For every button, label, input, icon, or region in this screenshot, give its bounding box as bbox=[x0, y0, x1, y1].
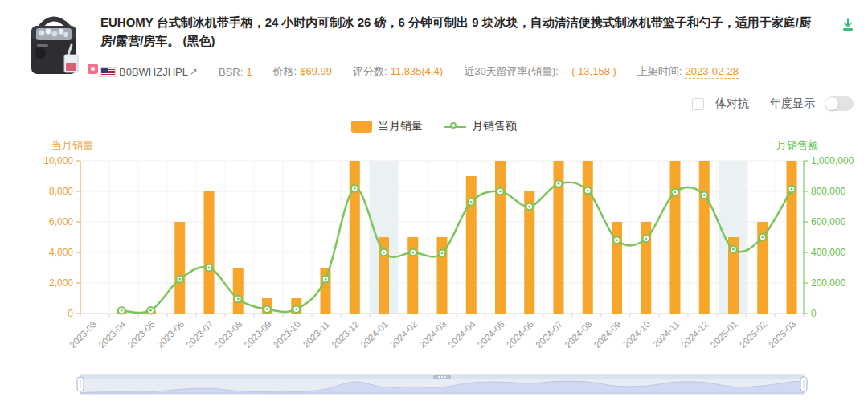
x-axis-label: 2023-09 bbox=[243, 319, 273, 350]
left-axis-tick: 8,000 bbox=[49, 186, 73, 197]
x-axis-label: 2024-11 bbox=[651, 319, 682, 350]
x-axis-label: 2024-06 bbox=[505, 319, 535, 350]
bar-2024-04[interactable] bbox=[466, 176, 477, 314]
x-axis-label: 2023-12 bbox=[330, 319, 360, 350]
bar-2024-11[interactable] bbox=[670, 161, 681, 314]
x-axis-label: 2024-01 bbox=[359, 319, 390, 350]
left-axis-tick: 10,000 bbox=[43, 155, 73, 166]
x-axis-label: 2024-12 bbox=[679, 319, 710, 350]
bar-2023-08[interactable] bbox=[233, 268, 244, 314]
x-axis-label: 2024-04 bbox=[446, 319, 477, 350]
right-axis-tick: 1,000,000 bbox=[811, 155, 854, 166]
x-axis-label: 2024-05 bbox=[476, 319, 506, 350]
x-axis-label: 2025-03 bbox=[767, 319, 797, 350]
right-axis-tick: 0 bbox=[811, 308, 817, 319]
bar-2024-05[interactable] bbox=[495, 161, 506, 314]
left-axis-tick: 2,000 bbox=[49, 277, 73, 289]
bar-2023-07[interactable] bbox=[204, 191, 215, 314]
x-axis-label: 2024-10 bbox=[621, 319, 652, 350]
x-axis-label: 2025-01 bbox=[709, 319, 739, 350]
bar-2025-03[interactable] bbox=[787, 161, 797, 314]
x-axis-label: 2023-03 bbox=[68, 319, 98, 350]
x-axis-label: 2024-09 bbox=[592, 319, 623, 350]
sales-chart-svg[interactable]: 10,0008,0006,0004,0002,00001,000,000800,… bbox=[0, 0, 868, 414]
left-axis-tick: 6,000 bbox=[49, 216, 73, 227]
x-axis-label: 2023-08 bbox=[213, 319, 244, 350]
left-axis-tick: 0 bbox=[68, 308, 73, 319]
x-axis-label: 2023-04 bbox=[96, 319, 128, 350]
product-analytics-page: EUHOMY 台式制冰机带手柄，24 小时内可制冰 26 磅，6 分钟可制出 9… bbox=[0, 0, 868, 414]
x-axis-label: 2023-07 bbox=[184, 319, 215, 350]
bar-2023-12[interactable] bbox=[350, 161, 360, 314]
right-axis-tick: 400,000 bbox=[811, 247, 846, 258]
bar-2023-06[interactable] bbox=[174, 222, 185, 314]
left-axis-tick: 4,000 bbox=[49, 247, 73, 258]
x-axis-label: 2024-02 bbox=[388, 319, 419, 350]
right-axis-tick: 200,000 bbox=[811, 277, 846, 289]
x-axis-label: 2024-08 bbox=[563, 319, 593, 350]
x-axis-label: 2023-06 bbox=[155, 319, 186, 350]
x-axis-label: 2025-02 bbox=[738, 319, 768, 350]
x-axis-label: 2023-05 bbox=[126, 319, 157, 350]
x-axis-label: 2024-07 bbox=[534, 319, 564, 350]
bar-2024-08[interactable] bbox=[583, 161, 593, 314]
x-axis-label: 2023-10 bbox=[272, 319, 302, 350]
x-axis-label: 2023-11 bbox=[301, 319, 332, 350]
right-axis-tick: 600,000 bbox=[811, 216, 846, 227]
bar-2024-12[interactable] bbox=[699, 161, 710, 314]
right-axis-tick: 800,000 bbox=[811, 186, 846, 197]
bar-2023-11[interactable] bbox=[321, 268, 331, 314]
x-axis-label: 2024-03 bbox=[417, 319, 448, 350]
